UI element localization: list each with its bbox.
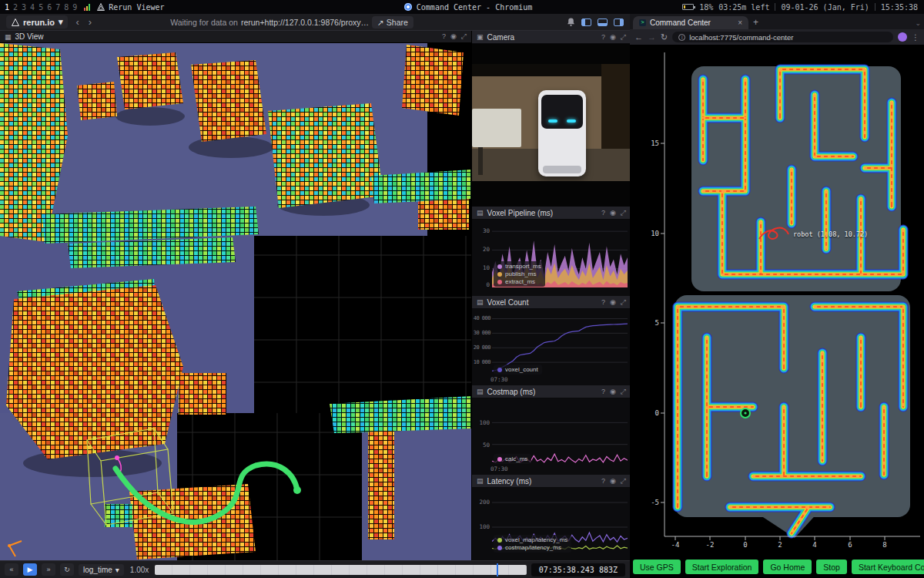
panel-camera-header[interactable]: ▣ Camera ? ◉ ⤢	[472, 31, 631, 44]
chromium-window: > Command Center × + ⌄ ← → ↻ i localhost…	[630, 14, 924, 578]
visibility-icon[interactable]: ◉	[610, 388, 616, 396]
help-icon[interactable]: ?	[601, 388, 605, 396]
legend-item[interactable]: voxel_map/latency_ms	[497, 536, 567, 543]
chromium-icon	[404, 3, 412, 11]
y-tick: 20	[472, 246, 490, 253]
workspace-8[interactable]: 8	[64, 3, 69, 12]
workspace-switcher: 1 2 3 4 5 6 7 8 9 Rerun Viewer	[0, 3, 254, 12]
y-tick: 20 000	[472, 344, 490, 351]
notifications-bell-icon[interactable]	[567, 18, 575, 26]
window-title-area: Command Center - Chromium	[254, 3, 682, 12]
address-bar[interactable]: i localhost:7775/command-center	[672, 32, 893, 42]
costmap-canvas[interactable]	[630, 45, 924, 578]
skip-back-button[interactable]: «	[5, 563, 18, 576]
timeline-selector-dropdown[interactable]: log_time ▾	[79, 564, 124, 576]
visibility-icon[interactable]: ◉	[450, 32, 457, 41]
help-icon[interactable]: ?	[442, 32, 446, 41]
legend-item[interactable]: costmap/latency_ms	[497, 544, 567, 551]
rerun-viewer-window: rerun.io ▾ ‹ › Waiting for data on rerun…	[0, 14, 630, 578]
site-info-icon[interactable]: i	[678, 34, 685, 41]
x-tick: 07:30	[490, 465, 508, 472]
maximize-icon[interactable]: ⤢	[621, 388, 626, 396]
browser-reload-button[interactable]: ↻	[661, 32, 668, 42]
help-icon[interactable]: ?	[601, 298, 605, 307]
legend-item[interactable]: calc_ms	[497, 455, 527, 462]
camera-icon: ▣	[477, 33, 484, 41]
browser-forward-button[interactable]: →	[648, 32, 656, 42]
history-back-button[interactable]: ‹	[74, 16, 80, 28]
legend-swatch	[497, 368, 502, 372]
visibility-icon[interactable]: ◉	[610, 209, 616, 217]
playback-speed[interactable]: 1.00x	[129, 566, 150, 574]
profile-avatar[interactable]	[898, 32, 907, 42]
chart-legend: transport_ms publish_ms extract_ms	[494, 261, 545, 287]
legend-item[interactable]: publish_ms	[497, 271, 541, 277]
start-keyboard-control-button[interactable]: Start Keyboard Control	[852, 560, 924, 574]
y-tick: 30 000	[472, 330, 490, 336]
clock-time: 15:35:38	[881, 3, 918, 12]
tab-search-chevron-icon[interactable]: ⌄	[915, 19, 921, 27]
rerun-menu-button[interactable]: rerun.io ▾	[6, 15, 68, 29]
y-tick: 200	[472, 499, 490, 506]
view3d-viewport[interactable]	[0, 43, 471, 560]
stop-button[interactable]: Stop	[816, 560, 847, 574]
help-icon[interactable]: ?	[601, 209, 605, 217]
tab-title: Command Center	[650, 18, 711, 27]
playhead[interactable]	[497, 563, 498, 576]
legend-item[interactable]: transport_ms	[497, 263, 541, 270]
system-status-bar: 1 2 3 4 5 6 7 8 9 Rerun Viewer Command C…	[0, 0, 924, 14]
tab-favicon: >	[639, 19, 646, 26]
loop-button[interactable]: ↻	[60, 563, 74, 576]
toggle-right-panel-icon[interactable]	[614, 18, 624, 26]
y-tick: 0	[472, 281, 490, 288]
workspace-3[interactable]: 3	[22, 3, 26, 12]
maximize-icon[interactable]: ⤢	[621, 33, 626, 42]
workspace-5[interactable]: 5	[38, 3, 43, 12]
chevron-down-icon: ▾	[116, 566, 119, 574]
map-x-tick: -4	[668, 541, 683, 549]
toggle-left-panel-icon[interactable]	[581, 18, 591, 26]
browser-menu-icon[interactable]: ⋮	[912, 33, 919, 42]
share-button[interactable]: ↗ Share	[372, 16, 413, 29]
panel-voxel-pipeline-header[interactable]: ▤ Voxel Pipeline (ms) ? ◉ ⤢	[472, 207, 631, 220]
use-gps-button[interactable]: Use GPS	[633, 560, 681, 574]
help-icon[interactable]: ?	[601, 477, 605, 486]
workspace-4[interactable]: 4	[30, 3, 35, 12]
rerun-toolbar-icons	[567, 18, 624, 26]
visibility-icon[interactable]: ◉	[610, 33, 616, 42]
panel-voxel-count-header[interactable]: ▤ Voxel Count ? ◉ ⤢	[472, 296, 631, 309]
go-home-button[interactable]: Go Home	[763, 560, 812, 574]
play-button[interactable]: ▶	[23, 563, 37, 576]
maximize-icon[interactable]: ⤢	[621, 209, 626, 217]
visibility-icon[interactable]: ◉	[610, 477, 616, 486]
maximize-icon[interactable]: ⤢	[621, 477, 626, 486]
panel-costmap-header[interactable]: ▤ Costmap (ms) ? ◉ ⤢	[472, 385, 631, 398]
camera-image[interactable]	[472, 44, 631, 207]
visibility-icon[interactable]: ◉	[610, 298, 616, 307]
tab-close-icon[interactable]: ×	[738, 18, 742, 27]
legend-item[interactable]: extract_ms	[497, 278, 541, 285]
timeline-scrubber[interactable]	[155, 565, 526, 575]
workspace-7[interactable]: 7	[55, 3, 60, 12]
grid-icon: ▦	[5, 33, 12, 41]
start-exploration-button[interactable]: Start Exploration	[685, 560, 759, 574]
toggle-bottom-panel-icon[interactable]	[598, 18, 608, 26]
y-tick: 50	[472, 442, 490, 449]
workspace-9[interactable]: 9	[72, 3, 77, 12]
maximize-icon[interactable]: ⤢	[461, 32, 467, 41]
help-icon[interactable]: ?	[601, 33, 605, 42]
panel-voxel-count-title: Voxel Count	[487, 298, 529, 307]
skip-forward-button[interactable]: »	[42, 563, 55, 576]
workspace-1[interactable]: 1	[5, 3, 9, 12]
panel-latency-header[interactable]: ▤ Latency (ms) ? ◉ ⤢	[472, 475, 631, 488]
command-center-page: 15 10 5 0 -5 -4 -2 0 2 4 6 8 robot (1.08…	[630, 45, 924, 578]
new-tab-button[interactable]: +	[753, 17, 758, 29]
legend-item[interactable]: voxel_count	[497, 366, 538, 373]
browser-back-button[interactable]: ←	[634, 32, 643, 42]
workspace-6[interactable]: 6	[47, 3, 52, 12]
tab-command-center[interactable]: > Command Center ×	[633, 16, 748, 29]
workspace-2[interactable]: 2	[13, 3, 18, 12]
maximize-icon[interactable]: ⤢	[621, 298, 626, 307]
y-tick: 100	[472, 523, 490, 530]
history-forward-button[interactable]: ›	[87, 16, 93, 28]
